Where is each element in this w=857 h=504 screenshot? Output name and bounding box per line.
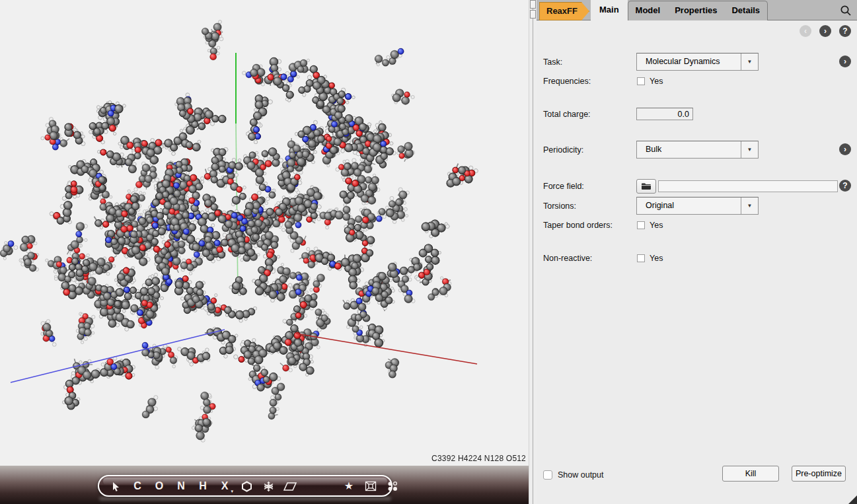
panel-divider[interactable] [529, 0, 537, 504]
tab-main[interactable]: Main [591, 0, 628, 20]
history-forward-button[interactable]: › [819, 25, 831, 37]
dropdown-arrow-icon: ▼ [741, 54, 758, 70]
periodicity-dropdown[interactable]: Bulk ▼ [636, 141, 759, 159]
crystal-tool-icon[interactable] [261, 477, 276, 495]
element-h-button[interactable]: H [196, 477, 210, 495]
element-n-button[interactable]: N [174, 477, 188, 495]
show-output-checkbox[interactable] [543, 470, 552, 480]
tab-details[interactable]: Details [724, 1, 767, 20]
kill-button[interactable]: Kill [722, 466, 779, 482]
element-x-caret-icon: ▾ [231, 489, 233, 493]
sash-handle-top[interactable] [530, 0, 536, 9]
force-field-input[interactable] [658, 180, 838, 192]
total-charge-label: Total charge: [543, 110, 591, 119]
select-tool-icon[interactable] [108, 477, 123, 495]
torsions-value: Original [637, 198, 741, 214]
history-back-button[interactable]: ‹ [800, 25, 811, 37]
periodicity-value: Bulk [637, 141, 741, 158]
builder-toolbar: C O N H X ▾ [98, 475, 392, 497]
task-detail-button[interactable]: › [839, 55, 851, 67]
non-reactive-option-label: Yes [650, 254, 663, 263]
task-dropdown[interactable]: Molecular Dynamics ▼ [636, 53, 759, 71]
element-x-button[interactable]: X ▾ [217, 477, 232, 495]
force-field-browse-button[interactable] [636, 179, 656, 194]
frequencies-label: Frequencies: [543, 77, 591, 86]
task-label: Task: [543, 57, 562, 67]
viewer-bottom-band: C O N H X ▾ [0, 466, 529, 504]
total-charge-input[interactable] [636, 108, 693, 120]
input-panel: ReaxFF Main Model Properties Details ‹ ›… [537, 0, 857, 504]
tab-strip: ReaxFF Main Model Properties Details [537, 0, 857, 20]
cell-view-tool-icon[interactable] [363, 477, 378, 495]
element-o-button[interactable]: O [152, 477, 167, 495]
show-output-label: Show output [558, 470, 604, 480]
tab-block: Model Properties Details [628, 1, 768, 20]
element-c-button[interactable]: C [130, 477, 145, 495]
frequencies-option-label: Yes [650, 77, 663, 86]
preoptimize-button[interactable]: Pre-optimize [792, 466, 846, 482]
taper-checkbox[interactable] [637, 221, 645, 229]
non-reactive-label: Non-reactive: [543, 254, 592, 263]
ring-tool-icon[interactable] [239, 477, 254, 495]
sash-handle-bottom[interactable] [530, 10, 536, 18]
amsinput-window: C3392 H4224 N128 O512 C O N H X ▾ [0, 0, 857, 504]
taper-option-label: Yes [650, 221, 663, 230]
molecule-viewport[interactable] [0, 0, 529, 466]
dropdown-arrow-icon: ▼ [741, 141, 758, 158]
folder-icon [641, 182, 652, 190]
periodicity-detail-button[interactable]: › [839, 143, 851, 155]
search-icon[interactable] [840, 5, 852, 17]
torsions-dropdown[interactable]: Original ▼ [636, 197, 759, 215]
force-field-label: Force field: [543, 182, 584, 191]
engine-selector-badge[interactable]: ReaxFF [539, 2, 589, 20]
favorites-tool-icon[interactable]: ★ [342, 477, 356, 495]
tab-model[interactable]: Model [628, 1, 668, 20]
non-reactive-checkbox[interactable] [637, 254, 645, 262]
frequencies-checkbox[interactable] [637, 77, 645, 85]
periodicity-label: Periodicity: [543, 145, 583, 155]
plane-tool-icon[interactable] [283, 477, 297, 495]
divider-line [533, 0, 533, 504]
torsions-label: Torsions: [543, 201, 576, 211]
task-value: Molecular Dynamics [637, 54, 741, 70]
panel-help-button[interactable]: ? [839, 25, 851, 37]
force-field-help-button[interactable]: ? [839, 180, 851, 192]
render-mode-tool-icon[interactable] [385, 477, 400, 495]
window-resize-grip[interactable] [848, 495, 857, 504]
element-x-label: X [221, 480, 229, 491]
taper-label: Taper bond orders: [543, 221, 613, 230]
molecule-viewer: C3392 H4224 N128 O512 C O N H X ▾ [0, 0, 529, 504]
toolbar-reflection [99, 497, 391, 501]
formula-label: C3392 H4224 N128 O512 [431, 454, 526, 463]
tab-properties[interactable]: Properties [667, 1, 724, 20]
dropdown-arrow-icon: ▼ [741, 198, 758, 214]
